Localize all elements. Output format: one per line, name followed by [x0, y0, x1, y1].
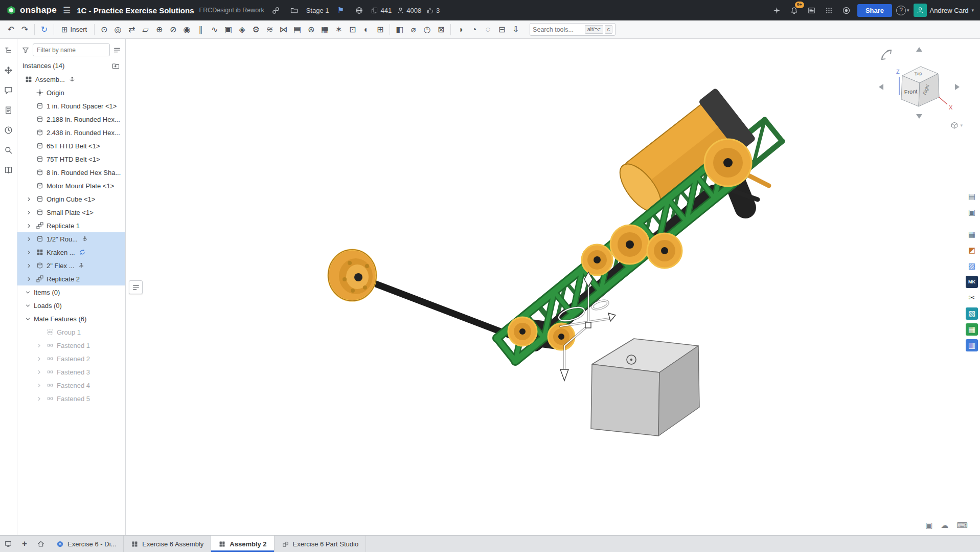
mkcad-app-icon[interactable]: MK — [966, 276, 978, 288]
filter-input[interactable] — [33, 43, 110, 56]
move-tool-panel-icon[interactable] — [3, 64, 15, 76]
help-menu[interactable]: ?▾ — [896, 6, 909, 15]
tree-item[interactable]: 2" Flex ... — [17, 259, 125, 272]
tree-item[interactable]: 1/2" Rou... — [17, 232, 125, 246]
rotate-right-arrow-icon[interactable] — [955, 84, 960, 90]
tree-item[interactable]: 65T HTD Belt <1> — [17, 139, 125, 152]
chevron-right-icon[interactable] — [36, 342, 42, 349]
loads-section[interactable]: Loads (0) — [17, 299, 125, 312]
ball-mate-tool-icon[interactable]: ◉ — [180, 23, 194, 36]
chevron-right-icon[interactable] — [26, 236, 32, 242]
mate-feature-item[interactable]: Fastened 1 — [17, 339, 125, 352]
chevron-down-icon[interactable] — [25, 316, 31, 322]
mate-features-section[interactable]: Mate Features (6) — [17, 312, 125, 325]
followers-stat[interactable]: 4008 — [397, 7, 421, 14]
mass-properties-tool-icon[interactable]: ◷ — [420, 23, 434, 36]
new-tab-button[interactable]: + — [16, 536, 33, 552]
tree-item[interactable]: 2.438 in. Rounded Hex... — [17, 126, 125, 139]
keyboard-shortcuts-icon[interactable]: ⌨ — [956, 521, 968, 530]
redo-icon[interactable]: ↷ — [18, 23, 32, 36]
search-panel-icon[interactable] — [3, 144, 15, 156]
mate-feature-item[interactable]: Fastened 4 — [17, 379, 125, 392]
app-window-icon[interactable] — [0, 536, 16, 552]
display-states-tool-icon[interactable]: ◐ — [359, 23, 373, 36]
search-tools-box[interactable]: alt/⌥c — [530, 23, 616, 36]
learning-center-icon[interactable] — [840, 4, 853, 17]
rotate-up-arrow-icon[interactable] — [916, 47, 922, 52]
chevron-right-icon[interactable] — [26, 249, 32, 256]
tree-item[interactable]: Replicate 1 — [17, 219, 125, 232]
chevron-down-icon[interactable] — [25, 289, 31, 296]
view-cube[interactable]: Front Top Right Z X ▾ — [876, 44, 963, 131]
cylindrical-mate-tool-icon[interactable]: ⊕ — [152, 23, 166, 36]
tree-item[interactable]: 75T HTD Belt <1> — [17, 152, 125, 166]
notes-panel-icon[interactable] — [3, 104, 15, 116]
tree-item[interactable]: Origin — [17, 86, 125, 99]
parallel-relation-tool-icon[interactable]: ∥ — [194, 23, 208, 36]
mate-feature-item[interactable]: Group 1 — [17, 325, 125, 339]
color-app-icon[interactable]: ◩ — [966, 244, 978, 256]
chevron-right-icon[interactable] — [26, 262, 32, 269]
mate-feature-item[interactable]: Fastened 2 — [17, 352, 125, 365]
assembly-panel-icon[interactable] — [3, 44, 15, 56]
copies-stat[interactable]: 441 — [371, 7, 392, 14]
document-tab[interactable]: Exercise 6 Assembly — [124, 536, 211, 552]
insert-into-folder-icon[interactable] — [111, 61, 120, 70]
tree-item[interactable]: Replicate 2 — [17, 272, 125, 285]
cloud-status-icon[interactable]: ☁ — [941, 521, 948, 530]
replicate-tool-icon[interactable]: ▦ — [318, 23, 332, 36]
folder-icon[interactable] — [288, 4, 301, 17]
slider-mate-tool-icon[interactable]: ⇄ — [125, 23, 139, 36]
ai-advisor-icon[interactable] — [770, 4, 784, 17]
planar-mate-tool-icon[interactable]: ▱ — [139, 23, 152, 36]
duplicate-panel-icon[interactable]: ▣ — [966, 206, 978, 218]
chevron-right-icon[interactable] — [26, 276, 32, 282]
section-analysis-tool-icon[interactable]: ⊟ — [495, 23, 509, 36]
chevron-down-icon[interactable] — [25, 302, 31, 309]
fastened-mate-tool-icon[interactable]: ⊙ — [97, 23, 111, 36]
tree-item[interactable]: Kraken ... — [17, 246, 125, 259]
share-button[interactable]: Share — [857, 4, 892, 17]
document-tab[interactable]: Assembly 2 — [211, 536, 274, 552]
user-menu[interactable]: Andrew Card ▾ — [914, 4, 974, 17]
chevron-right-icon[interactable] — [36, 356, 42, 362]
screw-relation-tool-icon[interactable]: ⋈ — [277, 23, 290, 36]
charts-app-icon[interactable]: ▥ — [966, 339, 978, 351]
3d-viewport[interactable]: Front Top Right Z X ▾ ▤ — [126, 39, 980, 535]
history-panel-icon[interactable] — [3, 124, 15, 136]
named-positions-tool-icon[interactable]: ⊞ — [373, 23, 387, 36]
tree-item[interactable]: 8 in. Rounded Hex Sha... — [17, 166, 125, 179]
cutlist-app-icon[interactable]: ✂ — [966, 292, 978, 304]
onshape-logo[interactable]: onshape — [6, 5, 57, 15]
workspace-folder[interactable]: Stage 1 — [306, 7, 329, 14]
pin-slot-mate-tool-icon[interactable]: ⊘ — [166, 23, 180, 36]
explode-view-tool-icon[interactable]: ✶ — [332, 23, 346, 36]
notifications-bell-icon[interactable]: 9+ — [788, 4, 801, 17]
round-wheel[interactable] — [328, 250, 376, 301]
pattern-panel-icon[interactable]: ▦ — [966, 228, 978, 240]
view-options-menu[interactable]: ▾ — [950, 121, 963, 129]
hex-shaft[interactable] — [358, 277, 522, 340]
app-store-icon[interactable] — [823, 4, 836, 17]
tangent-relation-tool-icon[interactable]: ∿ — [208, 23, 221, 36]
tree-item[interactable]: Motor Mount Plate <1> — [17, 179, 125, 192]
chevron-right-icon[interactable] — [26, 223, 32, 229]
render-mode-icon[interactable]: ▣ — [925, 521, 932, 530]
group-tool-icon[interactable]: ▣ — [221, 23, 235, 36]
undo-icon[interactable]: ↶ — [4, 23, 18, 36]
insert-button[interactable]: ⊞Insert — [57, 24, 92, 36]
public-globe-icon[interactable] — [352, 4, 366, 17]
assembly-3d-canvas[interactable] — [126, 39, 980, 535]
section-view-tool-icon[interactable]: ◧ — [393, 23, 406, 36]
revolute-mate-tool-icon[interactable]: ◎ — [111, 23, 125, 36]
tree-item[interactable]: Origin Cube <1> — [17, 192, 125, 206]
chevron-right-icon[interactable] — [36, 395, 42, 402]
mate-feature-item[interactable]: Fastened 3 — [17, 365, 125, 379]
likes-stat[interactable]: 3 — [426, 7, 440, 14]
tree-item[interactable]: 1 in. Round Spacer <1> — [17, 99, 125, 113]
linear-pattern-tool-icon[interactable]: ▤ — [290, 23, 304, 36]
chevron-right-icon[interactable] — [36, 369, 42, 376]
tree-item[interactable]: 2.188 in. Rounded Hex... — [17, 113, 125, 126]
main-menu-icon[interactable]: ☰ — [62, 5, 72, 16]
circular-pattern-tool-icon[interactable]: ⊛ — [304, 23, 318, 36]
